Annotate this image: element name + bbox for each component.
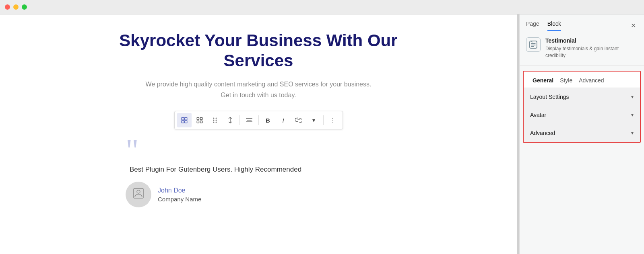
author-info: John Doe Company Name	[158, 187, 201, 203]
svg-rect-2	[182, 121, 184, 123]
tab-page[interactable]: Page	[526, 20, 539, 31]
toolbar-sep-1	[239, 115, 240, 125]
avatar-placeholder-icon	[133, 188, 144, 201]
app-body: Skyrocket Your Business With Our Service…	[0, 14, 644, 254]
settings-tabs: General Style Advanced	[524, 72, 640, 88]
testimonial-block: " Best Plugin For Gutenberg Users. Highl…	[118, 139, 399, 207]
panel-close-button[interactable]: ✕	[629, 20, 638, 31]
svg-point-9	[215, 118, 217, 119]
tab-style[interactable]: Style	[557, 76, 576, 85]
toolbar-drag[interactable]	[208, 113, 222, 127]
accordion-avatar-label: Avatar	[530, 112, 546, 118]
maximize-button[interactable]	[22, 4, 27, 10]
accordion-layout-settings: Layout Settings ▾	[524, 88, 640, 106]
svg-rect-20	[530, 41, 537, 48]
panel-tabs: Page Block	[526, 20, 561, 31]
close-button[interactable]	[5, 4, 10, 10]
accordion-advanced: Advanced ▾	[524, 124, 640, 142]
svg-point-8	[213, 118, 214, 119]
testimonial-author: John Doe Company Name	[126, 182, 391, 207]
svg-point-11	[215, 120, 217, 121]
block-description: Testimonial Display testimonials & gain …	[545, 37, 638, 59]
page-subtitle-2: Get in touch with us today.	[221, 92, 296, 99]
tab-general[interactable]: General	[529, 76, 557, 85]
toolbar-more[interactable]: ⋮	[326, 113, 340, 127]
toolbar-link[interactable]	[291, 113, 306, 127]
toolbar-block-type[interactable]	[177, 113, 192, 127]
block-toolbar: B I ▾ ⋮	[174, 111, 343, 129]
accordion-avatar-header[interactable]: Avatar ▾	[524, 106, 640, 124]
accordion-layout-settings-header[interactable]: Layout Settings ▾	[524, 88, 640, 106]
svg-point-13	[215, 122, 217, 123]
svg-rect-5	[200, 118, 202, 120]
block-desc-text: Display testimonials & gain instant cred…	[545, 45, 638, 59]
toolbar-transform[interactable]	[192, 113, 207, 127]
toolbar-move[interactable]	[223, 113, 237, 127]
accordion-layout-settings-label: Layout Settings	[530, 94, 569, 100]
accordion-advanced-header[interactable]: Advanced ▾	[524, 124, 640, 142]
block-name: Testimonial	[545, 37, 638, 44]
settings-tabs-container: General Style Advanced Layout Settings ▾…	[523, 71, 641, 143]
accordion-avatar: Avatar ▾	[524, 106, 640, 124]
toolbar-align[interactable]	[242, 113, 256, 127]
block-info: Testimonial Display testimonials & gain …	[520, 31, 644, 66]
tab-block[interactable]: Block	[547, 20, 561, 31]
testimonial-quote[interactable]: Best Plugin For Gutenberg Users. Highly …	[130, 166, 391, 174]
quote-marks: "	[126, 139, 391, 162]
toolbar-sep-3	[323, 115, 324, 125]
svg-rect-4	[197, 118, 199, 120]
svg-point-19	[137, 190, 140, 193]
author-name[interactable]: John Doe	[158, 187, 201, 194]
svg-point-10	[213, 120, 214, 121]
page-subtitle-1: We provide high quality content marketin…	[146, 79, 372, 90]
svg-rect-7	[200, 121, 202, 123]
right-panel: Page Block ✕ Testimonial Display testimo…	[519, 14, 644, 254]
chevron-down-icon: ▾	[631, 112, 634, 118]
toolbar-bold[interactable]: B	[261, 113, 275, 127]
canvas: Skyrocket Your Business With Our Service…	[0, 14, 517, 254]
author-company[interactable]: Company Name	[158, 196, 201, 203]
svg-rect-1	[184, 118, 187, 120]
tab-advanced[interactable]: Advanced	[576, 76, 607, 85]
svg-rect-6	[197, 121, 199, 123]
page-heading: Skyrocket Your Business With Our Service…	[119, 31, 397, 71]
toolbar-sep-2	[258, 115, 259, 125]
svg-point-12	[213, 122, 214, 123]
toolbar-italic[interactable]: I	[276, 113, 291, 127]
accordion-advanced-label: Advanced	[530, 130, 555, 136]
toolbar-link-dropdown[interactable]: ▾	[307, 113, 321, 127]
svg-rect-0	[182, 118, 184, 120]
svg-rect-3	[184, 121, 187, 123]
block-type-icon	[526, 37, 541, 52]
minimize-button[interactable]	[13, 4, 19, 10]
chevron-down-icon: ▾	[631, 94, 634, 100]
panel-header: Page Block ✕	[520, 14, 644, 31]
titlebar	[0, 0, 644, 14]
avatar[interactable]	[126, 182, 151, 207]
chevron-down-icon: ▾	[631, 130, 634, 136]
